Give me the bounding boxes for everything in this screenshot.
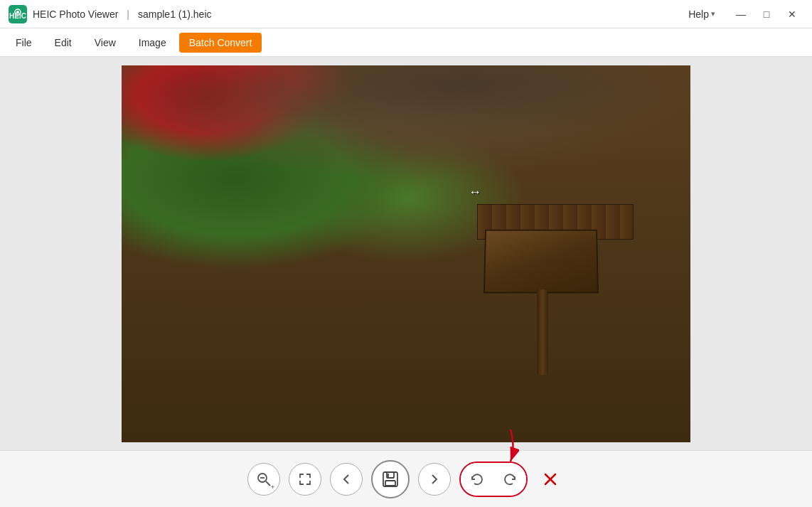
menu-item-view[interactable]: View (85, 33, 126, 53)
wooden-sign (484, 229, 599, 293)
help-button[interactable]: Help ▾ (683, 6, 721, 23)
zoom-button[interactable]: + (247, 463, 280, 496)
title-separator: | (127, 9, 129, 20)
maximize-button[interactable]: □ (755, 4, 778, 24)
title-right: Help ▾ — □ ✕ (683, 4, 803, 24)
photo-display: ↔ (122, 65, 690, 442)
help-label: Help (688, 9, 709, 20)
menu-item-batch-convert[interactable]: Batch Convert (179, 33, 262, 53)
delete-button[interactable] (536, 465, 565, 493)
menu-item-edit[interactable]: Edit (45, 33, 82, 53)
menu-item-file[interactable]: File (6, 33, 42, 53)
rotate-right-button[interactable] (493, 463, 526, 496)
app-logo: HEIC (9, 5, 27, 23)
file-name: sample1 (1).heic (138, 9, 212, 20)
menu-bar: File Edit View Image Batch Convert (0, 28, 812, 57)
close-button[interactable]: ✕ (781, 4, 803, 24)
rotate-group (459, 461, 528, 497)
wooden-post (537, 289, 548, 375)
svg-rect-9 (385, 481, 395, 486)
rotate-left-button[interactable] (461, 463, 493, 496)
next-button[interactable] (418, 463, 451, 496)
image-container[interactable]: ↔ (122, 65, 690, 442)
title-left: HEIC HEIC Photo Viewer | sample1 (1).hei… (9, 5, 212, 23)
title-bar: HEIC HEIC Photo Viewer | sample1 (1).hei… (0, 0, 812, 28)
prev-button[interactable] (330, 463, 363, 496)
svg-line-5 (266, 481, 270, 486)
save-button[interactable] (371, 460, 410, 498)
bottom-toolbar: + (0, 450, 812, 507)
fullscreen-button[interactable] (289, 463, 321, 496)
menu-item-image[interactable]: Image (129, 33, 176, 53)
minimize-button[interactable]: — (730, 4, 752, 24)
svg-point-3 (16, 11, 19, 14)
app-name: HEIC Photo Viewer (33, 9, 118, 20)
help-chevron-icon: ▾ (711, 9, 715, 18)
cursor-indicator: ↔ (469, 185, 481, 200)
main-image-area: ↔ (0, 57, 812, 450)
